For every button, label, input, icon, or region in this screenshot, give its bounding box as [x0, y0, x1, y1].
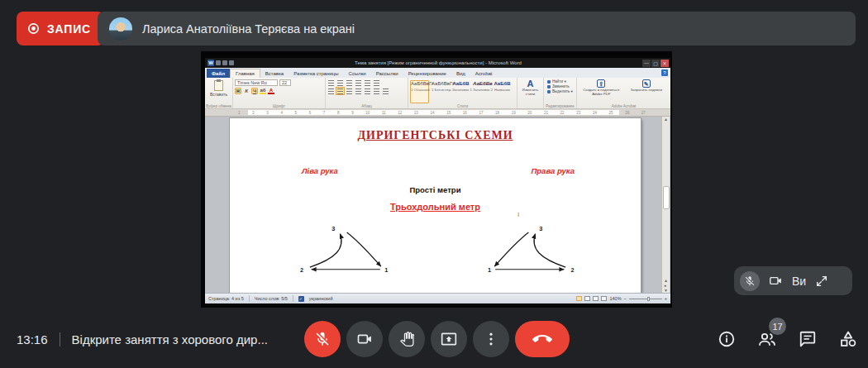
- group-font: Times New Ro 22 Ж К Ч аб А Шрифт: [233, 78, 326, 108]
- decrease-indent-button[interactable]: [355, 79, 362, 86]
- numbering-button[interactable]: [336, 79, 344, 86]
- align-center-button[interactable]: [336, 88, 344, 94]
- borders-button[interactable]: [382, 88, 389, 94]
- activities-button[interactable]: [838, 329, 858, 349]
- present-screen-button[interactable]: [431, 321, 467, 357]
- align-right-button[interactable]: [346, 88, 353, 94]
- sort-button[interactable]: [373, 79, 380, 86]
- word-app-icon: W: [207, 60, 214, 66]
- chat-button[interactable]: [799, 330, 817, 348]
- ribbon-tabs: Файл Главная Вставка Разметка страницы С…: [205, 68, 670, 78]
- group-acrobat: ⇪ Создать и поделиться Adobe PDF ✎ Запро…: [577, 78, 670, 108]
- conducting-diagram-left-hand: 1 2 3: [298, 223, 390, 276]
- tab-home[interactable]: Главная: [230, 69, 260, 78]
- self-view-pill[interactable]: Ви: [734, 266, 852, 295]
- style-heading2[interactable]: АаБбВв Заголовок 2: [472, 80, 491, 103]
- italic-button[interactable]: К: [243, 88, 250, 94]
- tab-acrobat[interactable]: Acrobat: [470, 69, 498, 78]
- editing-item[interactable]: Заменить: [547, 84, 575, 88]
- shading-button[interactable]: [373, 88, 380, 94]
- tab-mailings[interactable]: Рассылки: [371, 69, 403, 78]
- mute-microphone-button[interactable]: [304, 321, 341, 357]
- page-indicator[interactable]: Страница: 4 из 5: [208, 296, 244, 301]
- scroll-up-arrow[interactable]: ▲: [664, 117, 668, 122]
- beat-3-label: 3: [331, 225, 335, 232]
- presenter-banner: Лариса Анатоліївна Теряєва на екрані: [98, 12, 856, 45]
- language-indicator[interactable]: украинский: [309, 296, 333, 301]
- more-options-button[interactable]: [473, 321, 509, 357]
- zoom-slider[interactable]: [629, 299, 662, 299]
- vertical-scrollbar[interactable]: ▲ ▲ ● ▼: [661, 117, 670, 293]
- tab-references[interactable]: Ссылки: [344, 69, 371, 78]
- paste-icon[interactable]: [214, 80, 223, 91]
- tab-view[interactable]: Вид: [451, 69, 470, 78]
- document-page[interactable]: ДИРИГЕНТСЬКІ СХЕМИ Ліва рука Права рука …: [230, 118, 641, 293]
- bullets-button[interactable]: [327, 79, 335, 86]
- recording-chip[interactable]: ЗАПИС: [17, 12, 104, 45]
- outline-view-button[interactable]: [601, 296, 607, 301]
- leave-call-button[interactable]: [515, 321, 570, 357]
- more-options-icon: [483, 331, 499, 347]
- minimize-button[interactable]: —: [642, 60, 651, 67]
- justify-button[interactable]: [355, 88, 362, 94]
- web-view-button[interactable]: [593, 296, 599, 301]
- style-title[interactable]: АаБбВ Название: [493, 80, 512, 103]
- underline-button[interactable]: Ч: [251, 88, 258, 94]
- camera-button[interactable]: [346, 321, 383, 357]
- spellcheck-icon[interactable]: [298, 296, 304, 302]
- style-heading1[interactable]: АаБбВ Заголовок 1: [451, 80, 470, 103]
- bold-button[interactable]: Ж: [235, 88, 241, 94]
- document-canvas: ДИРИГЕНТСЬКІ СХЕМИ Ліва рука Права рука …: [205, 117, 670, 293]
- ruler-number: 14: [430, 111, 434, 115]
- close-button[interactable]: ✕: [661, 60, 669, 67]
- word-count[interactable]: Число слов: 5/5: [255, 296, 288, 301]
- scrollbar-thumb[interactable]: [663, 186, 670, 209]
- group-paragraph: Абзац: [326, 78, 408, 108]
- ruler-number: 12: [398, 111, 402, 115]
- participants-button[interactable]: 17: [757, 329, 777, 349]
- help-icon[interactable]: ?: [661, 69, 668, 76]
- change-styles-button[interactable]: А Изменить стили: [517, 78, 544, 108]
- simple-meters-label: Прості метри: [230, 185, 641, 194]
- style-normal[interactable]: АаБбВвГг 1 Обычный: [410, 80, 429, 103]
- undo-icon[interactable]: [222, 60, 227, 65]
- zoom-in-button[interactable]: +: [665, 296, 667, 301]
- word-quick-access-toolbar[interactable]: W: [205, 60, 234, 66]
- ruler-number: 5: [295, 111, 298, 115]
- editing-item[interactable]: Выделить ▾: [547, 89, 575, 93]
- line-spacing-button[interactable]: [364, 88, 371, 94]
- zoom-out-button[interactable]: −: [624, 296, 627, 301]
- increase-indent-button[interactable]: [364, 79, 371, 86]
- group-label-styles: Стили: [408, 104, 517, 108]
- create-pdf-button[interactable]: ⇪ Создать и поделиться Adobe PDF: [581, 79, 621, 103]
- tab-review[interactable]: Рецензирование: [403, 69, 451, 78]
- expand-icon[interactable]: [815, 275, 828, 288]
- font-color-button[interactable]: А: [268, 88, 274, 94]
- ruler-number: 24: [593, 111, 597, 115]
- multilevel-list-button[interactable]: [346, 79, 353, 86]
- zoom-level[interactable]: 140%: [609, 296, 621, 301]
- triple-meter-label: Трьохдольний метр: [230, 202, 641, 212]
- next-page-button[interactable]: ▼: [664, 288, 668, 293]
- paste-label[interactable]: Вставить: [210, 92, 227, 97]
- save-icon[interactable]: [216, 60, 221, 65]
- horizontal-ruler[interactable]: 1234567891011121314151617181920212223242…: [205, 109, 670, 117]
- editing-item[interactable]: Найти ▾: [547, 79, 575, 84]
- screen-share-area: W Тема занятия [Режим ограниченной функц…: [201, 51, 672, 308]
- tab-file[interactable]: Файл: [207, 69, 230, 78]
- meeting-details-button[interactable]: [718, 330, 736, 348]
- font-name-combobox[interactable]: Times New Ro: [235, 79, 278, 86]
- highlight-button[interactable]: аб: [260, 88, 266, 94]
- style-no-spacing[interactable]: АаБбВвГг 1 Без интер...: [431, 80, 450, 103]
- print-layout-view-button[interactable]: [576, 296, 582, 301]
- tab-insert[interactable]: Вставка: [260, 69, 289, 78]
- redo-icon[interactable]: [229, 60, 234, 65]
- align-left-button[interactable]: [327, 88, 335, 94]
- request-signatures-button[interactable]: ✎ Запросить подписи: [627, 79, 666, 103]
- maximize-button[interactable]: ▢: [651, 60, 660, 67]
- raise-hand-button[interactable]: [389, 321, 425, 357]
- font-size-combobox[interactable]: 22: [279, 79, 291, 86]
- fullscreen-view-button[interactable]: [584, 296, 590, 301]
- beat-2-label: 2: [300, 266, 303, 274]
- tab-page-layout[interactable]: Разметка страницы: [289, 69, 343, 78]
